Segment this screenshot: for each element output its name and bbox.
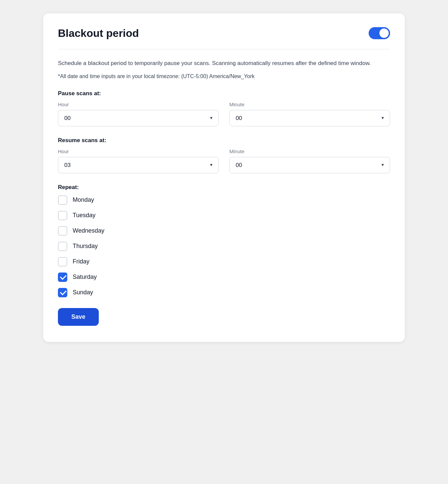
day-label-saturday: Saturday — [73, 274, 97, 281]
day-list: MondayTuesdayWednesdayThursdayFridaySatu… — [58, 195, 390, 297]
blackout-period-card: Blackout period Schedule a blackout peri… — [43, 13, 405, 342]
day-label-wednesday: Wednesday — [73, 227, 104, 234]
pause-minute-label: Minute — [229, 102, 390, 107]
repeat-section: Repeat: MondayTuesdayWednesdayThursdayFr… — [58, 184, 390, 297]
resume-hour-field: Hour 00010203040506070809101112131415161… — [58, 148, 219, 173]
day-label-thursday: Thursday — [73, 243, 98, 250]
day-checkbox-wednesday[interactable] — [58, 226, 67, 236]
resume-hour-label: Hour — [58, 148, 219, 154]
pause-hour-label: Hour — [58, 102, 219, 107]
resume-minute-field: Minute 00153045 ▼ — [229, 148, 390, 173]
page-title: Blackout period — [58, 27, 139, 40]
save-button[interactable]: Save — [58, 308, 99, 326]
day-item-monday[interactable]: Monday — [58, 195, 390, 205]
pause-minute-select-wrapper: 00153045 ▼ — [229, 110, 390, 126]
resume-time-row: Hour 00010203040506070809101112131415161… — [58, 148, 390, 173]
day-label-sunday: Sunday — [73, 289, 93, 296]
day-checkbox-monday[interactable] — [58, 195, 67, 205]
pause-hour-select-wrapper: 0001020304050607080910111213141516171819… — [58, 110, 219, 126]
day-label-tuesday: Tuesday — [73, 212, 95, 219]
pause-time-row: Hour 00010203040506070809101112131415161… — [58, 102, 390, 126]
day-item-saturday[interactable]: Saturday — [58, 273, 390, 282]
description-text: Schedule a blackout period to temporaril… — [58, 59, 390, 68]
pause-scans-label: Pause scans at: — [58, 90, 390, 97]
day-item-sunday[interactable]: Sunday — [58, 288, 390, 297]
day-item-tuesday[interactable]: Tuesday — [58, 211, 390, 220]
resume-minute-label: Minute — [229, 148, 390, 154]
pause-hour-select[interactable]: 0001020304050607080910111213141516171819… — [58, 110, 219, 126]
card-header: Blackout period — [58, 27, 390, 49]
resume-hour-select[interactable]: 0001020304050607080910111213141516171819… — [58, 157, 219, 173]
pause-minute-field: Minute 00153045 ▼ — [229, 102, 390, 126]
pause-scans-section: Pause scans at: Hour 0001020304050607080… — [58, 90, 390, 126]
day-checkbox-friday[interactable] — [58, 257, 67, 266]
toggle-thumb — [379, 28, 389, 38]
timezone-note: *All date and time inputs are in your lo… — [58, 73, 390, 79]
toggle-track[interactable] — [369, 27, 390, 39]
day-item-friday[interactable]: Friday — [58, 257, 390, 266]
resume-scans-label: Resume scans at: — [58, 137, 390, 144]
day-item-thursday[interactable]: Thursday — [58, 242, 390, 251]
repeat-label: Repeat: — [58, 184, 390, 191]
blackout-toggle[interactable] — [369, 27, 390, 39]
day-checkbox-tuesday[interactable] — [58, 211, 67, 220]
resume-hour-select-wrapper: 0001020304050607080910111213141516171819… — [58, 157, 219, 173]
day-checkbox-saturday[interactable] — [58, 273, 67, 282]
pause-hour-field: Hour 00010203040506070809101112131415161… — [58, 102, 219, 126]
day-checkbox-thursday[interactable] — [58, 242, 67, 251]
pause-minute-select[interactable]: 00153045 — [229, 110, 390, 126]
resume-minute-select[interactable]: 00153045 — [229, 157, 390, 173]
day-item-wednesday[interactable]: Wednesday — [58, 226, 390, 236]
resume-minute-select-wrapper: 00153045 ▼ — [229, 157, 390, 173]
day-label-monday: Monday — [73, 196, 94, 203]
day-label-friday: Friday — [73, 258, 89, 265]
resume-scans-section: Resume scans at: Hour 000102030405060708… — [58, 137, 390, 173]
day-checkbox-sunday[interactable] — [58, 288, 67, 297]
